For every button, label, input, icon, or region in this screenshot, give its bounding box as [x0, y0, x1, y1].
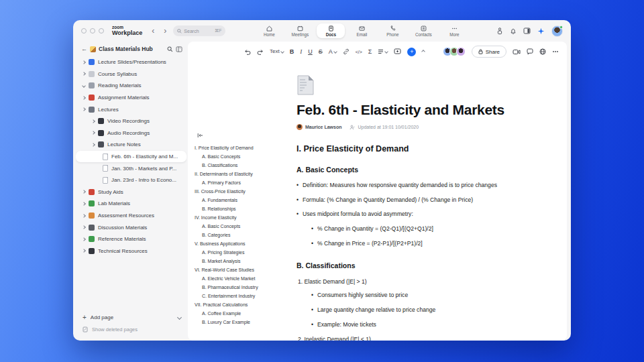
back-button[interactable]: ‹ — [149, 27, 157, 35]
outline-item[interactable]: VI. Real-World Case Studies — [195, 265, 290, 274]
outline-item[interactable]: B. Luxury Car Example — [195, 318, 290, 326]
user-avatar[interactable] — [551, 25, 563, 37]
add-page-button[interactable]: + Add page — [83, 311, 181, 323]
nav-tab-phone[interactable]: Phone — [378, 23, 407, 38]
chevron-right-icon[interactable] — [91, 119, 95, 123]
close-window-button[interactable] — [81, 28, 87, 34]
bullet-item[interactable]: •Large quantity change relative to price… — [297, 307, 551, 314]
sub-bullet-item[interactable]: •% Change in Price = (P2-P1)/[(P2+P1)/2] — [297, 241, 551, 247]
more-options-button[interactable] — [552, 50, 559, 53]
insert-block-button[interactable]: + — [407, 48, 416, 56]
code-button[interactable]: </> — [356, 50, 362, 54]
chevron-right-icon[interactable] — [82, 237, 86, 241]
sidebar-item-assessment-resources[interactable]: Assessment Resources — [76, 210, 186, 222]
outline-item[interactable]: B. Pharmaceutical Industry — [195, 283, 290, 292]
minimize-window-button[interactable] — [90, 28, 95, 34]
outline-item[interactable]: B. Market Analysis — [195, 257, 290, 265]
sidebar-item-feb-6th[interactable]: Feb. 6th - Elasticity and M... — [76, 151, 186, 163]
sidebar-item-video-recordings[interactable]: Video Recordings — [76, 115, 186, 127]
nav-tab-meetings[interactable]: Meetings — [286, 23, 314, 38]
outline-item[interactable]: III. Cross-Price Elasticity — [195, 187, 290, 196]
forward-button[interactable]: › — [161, 27, 169, 35]
ai-companion-icon[interactable] — [537, 27, 545, 35]
zoom-window-button[interactable] — [99, 28, 104, 34]
chevron-down-icon[interactable] — [82, 84, 86, 88]
outline-item[interactable]: A. Basic Concepts — [195, 152, 290, 161]
outline-item[interactable]: A. Coffee Example — [195, 309, 290, 318]
nav-tab-docs[interactable]: Docs — [317, 23, 345, 38]
sidebar-item-lecture-notes[interactable]: Lecture Notes — [76, 139, 186, 151]
sidebar-item-assignment-materials[interactable]: Assignment Materials — [76, 92, 186, 104]
sidebar-item-course-syllabus[interactable]: Course Syllabus — [76, 68, 186, 80]
outline-item[interactable]: A. Basic Concepts — [195, 222, 290, 231]
chevron-right-icon[interactable] — [82, 72, 86, 76]
outline-item[interactable]: IV. Income Elasticity — [195, 213, 290, 222]
globe-language-button[interactable] — [539, 48, 546, 55]
outline-item[interactable]: B. Categories — [195, 231, 290, 239]
side-panel-icon[interactable] — [523, 27, 531, 34]
nav-tab-email[interactable]: Email — [347, 23, 376, 38]
outline-item[interactable]: VII. Practical Calculations — [195, 300, 290, 309]
sidebar-item-lectures[interactable]: Lectures — [76, 103, 186, 115]
outline-item[interactable]: C. Entertainment Industry — [195, 292, 290, 300]
chevron-right-icon[interactable] — [82, 60, 86, 64]
chevron-right-icon[interactable] — [82, 107, 86, 111]
sidebar-item-lab-materials[interactable]: Lab Materials — [76, 198, 186, 210]
chevron-right-icon[interactable] — [91, 131, 95, 135]
nav-tab-home[interactable]: Home — [255, 23, 283, 38]
sidebar-search-icon[interactable] — [167, 46, 173, 52]
back-arrow-icon[interactable]: ← — [81, 46, 87, 52]
bullet-item[interactable]: •Consumers highly sensitive to price — [297, 292, 551, 299]
collaborator-avatar[interactable] — [456, 47, 466, 56]
chevron-right-icon[interactable] — [91, 143, 95, 147]
strikethrough-button[interactable]: S — [319, 49, 323, 55]
sidebar-item-reading-materials[interactable]: Reading Materials — [76, 80, 186, 92]
outline-item[interactable]: II. Determinants of Elasticity — [195, 170, 290, 178]
sidebar-item-study-aids[interactable]: Study Aids — [76, 186, 186, 198]
chevron-right-icon[interactable] — [82, 202, 86, 206]
collapse-sidebar-icon[interactable] — [176, 46, 182, 52]
document-title[interactable]: Feb. 6th - Elasticity and Markets — [297, 102, 551, 118]
collapse-outline-button[interactable] — [197, 133, 290, 138]
underline-button[interactable]: U — [308, 49, 313, 55]
list-format-dropdown[interactable] — [378, 49, 388, 54]
chat-button[interactable] — [527, 48, 533, 55]
rooms-icon[interactable] — [496, 27, 503, 35]
sidebar-item-jan-30th[interactable]: Jan. 30th - Markets and P... — [76, 162, 186, 174]
bullet-item[interactable]: •Example: Movie tickets — [297, 322, 551, 328]
search-input[interactable]: Search ⌘F — [173, 25, 225, 36]
italic-button[interactable]: I — [300, 49, 302, 55]
section-heading[interactable]: I. Price Elasticity of Demand — [297, 144, 551, 154]
undo-button[interactable] — [244, 49, 251, 55]
outline-item[interactable]: A. Electric Vehicle Market — [195, 274, 290, 283]
collapse-toolbar-button[interactable] — [422, 50, 425, 53]
sidebar-item-reference-materials[interactable]: Reference Materials — [76, 233, 186, 245]
bullet-item[interactable]: •Definition: Measures how responsive qua… — [297, 182, 551, 189]
chevron-right-icon[interactable] — [82, 249, 86, 253]
subsection-heading[interactable]: A. Basic Concepts — [297, 166, 551, 174]
chevron-right-icon[interactable] — [82, 225, 86, 229]
numbered-item[interactable]: 2. Inelastic Demand (|E| < 1) — [297, 336, 551, 341]
share-button[interactable]: Share — [472, 46, 506, 58]
outline-item[interactable]: A. Primary Factors — [195, 178, 290, 187]
numbered-item[interactable]: 1. Elastic Demand (|E| > 1) — [297, 278, 551, 285]
outline-item[interactable]: B. Relationships — [195, 204, 290, 213]
video-call-button[interactable] — [513, 49, 521, 55]
chevron-right-icon[interactable] — [82, 214, 86, 218]
show-deleted-pages-button[interactable]: Show deleted pages — [83, 323, 181, 335]
chevron-right-icon[interactable] — [82, 96, 86, 100]
document-scroll-area[interactable]: I. Price Elasticity of Demand A. Basic C… — [188, 62, 567, 341]
bold-button[interactable]: B — [290, 49, 294, 55]
nav-tab-contacts[interactable]: Contacts — [409, 23, 437, 38]
outline-item[interactable]: A. Pricing Strategies — [195, 248, 290, 257]
notifications-bell-icon[interactable] — [510, 27, 517, 35]
sidebar-item-audio-recordings[interactable]: Audio Recordings — [76, 127, 186, 139]
outline-item[interactable]: I. Price Elasticity of Demand — [195, 143, 290, 152]
document-page[interactable]: Feb. 6th - Elasticity and Markets Mauric… — [297, 62, 551, 341]
sidebar-item-technical-resources[interactable]: Technical Resources — [76, 245, 186, 257]
chevron-right-icon[interactable] — [82, 190, 86, 194]
bullet-item[interactable]: •Uses midpoint formula to avoid asymmetr… — [297, 211, 551, 218]
equation-button[interactable]: Σ — [368, 49, 372, 55]
redo-button[interactable] — [257, 49, 264, 55]
sidebar-item-jan-23rd[interactable]: Jan. 23rd - Intro to Econo... — [76, 174, 186, 186]
